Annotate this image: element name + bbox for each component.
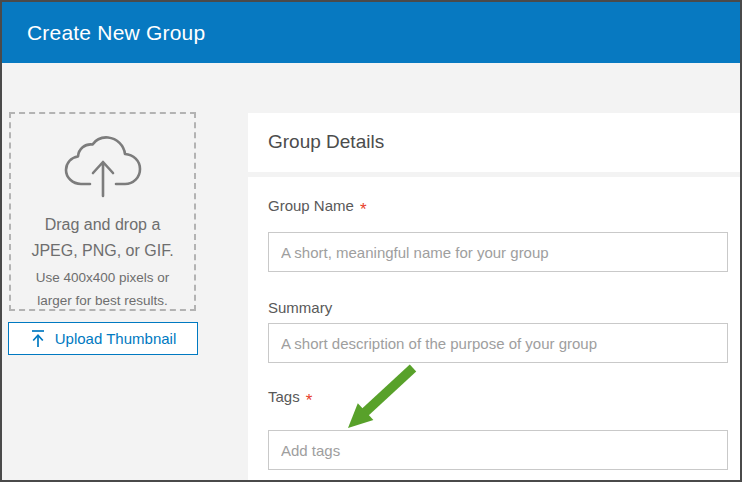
group-details-header-section: Group Details — [248, 113, 740, 172]
upload-thumbnail-button[interactable]: Upload Thumbnail — [8, 322, 198, 355]
dropzone-line3: Use 400x400 pixels or — [17, 266, 188, 289]
dropzone-line1: Drag and drop a — [19, 212, 186, 238]
dialog-header: Create New Group — [2, 2, 740, 63]
dialog-title: Create New Group — [27, 2, 205, 63]
dropzone-line2: JPEG, PNG, or GIF. — [19, 238, 186, 264]
required-marker: * — [306, 391, 313, 410]
required-marker: * — [360, 200, 367, 219]
group-name-input[interactable] — [268, 232, 728, 272]
create-group-dialog: Create New Group Drag and drop a JPEG, P… — [0, 0, 742, 482]
section-title: Group Details — [248, 113, 740, 153]
dropzone-hint: Use 400x400 pixels or larger for best re… — [17, 266, 188, 312]
tags-label: Tags* — [268, 387, 312, 407]
summary-label: Summary — [268, 299, 332, 316]
upload-thumbnail-label: Upload Thumbnail — [55, 330, 176, 347]
upload-arrow-icon — [30, 329, 46, 348]
cloud-upload-icon — [11, 136, 194, 202]
group-name-label: Group Name* — [268, 196, 367, 216]
summary-input[interactable] — [268, 323, 728, 363]
tags-input[interactable] — [268, 430, 728, 470]
group-details-form-section: Group Name* Summary Tags* — [248, 177, 740, 480]
dropzone-instructions: Drag and drop a JPEG, PNG, or GIF. — [19, 212, 186, 264]
dropzone-line4: larger for best results. — [17, 289, 188, 312]
thumbnail-dropzone[interactable]: Drag and drop a JPEG, PNG, or GIF. Use 4… — [9, 112, 196, 311]
